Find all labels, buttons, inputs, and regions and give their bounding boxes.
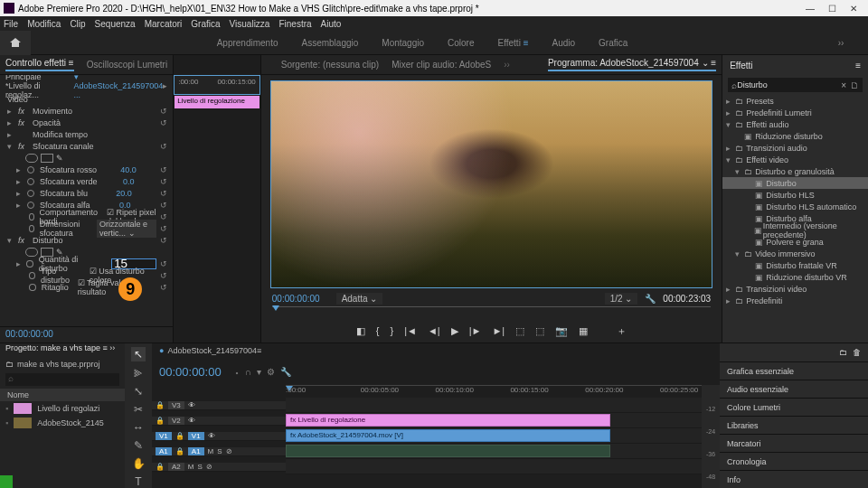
go-in-button[interactable]: |◄ xyxy=(404,325,417,336)
tab-sorgente[interactable]: Sorgente: (nessuna clip) xyxy=(281,60,379,70)
panel-audio[interactable]: Audio essenziale xyxy=(720,380,868,398)
project-column-header[interactable]: Nome xyxy=(0,389,125,401)
ws-montaggio[interactable]: Montaggio xyxy=(382,38,424,48)
go-out-button[interactable]: ►| xyxy=(492,325,505,336)
wrench-icon[interactable]: 🔧 xyxy=(645,294,656,304)
clip-audio[interactable] xyxy=(286,445,610,457)
clear-search-button[interactable]: × xyxy=(841,80,846,90)
timeline-timecode[interactable]: 00:00:00:00 xyxy=(159,365,222,379)
hand-tool[interactable]: ✋ xyxy=(132,457,146,470)
fx-disturbo[interactable]: Disturbo xyxy=(33,236,63,245)
razor-tool[interactable]: ✂ xyxy=(134,403,143,416)
menu-modifica[interactable]: Modifica xyxy=(27,19,61,29)
new-bin-icon[interactable]: 🗋 xyxy=(850,80,859,90)
reset-icon[interactable]: ↺ xyxy=(160,118,167,127)
effects-search-input[interactable] xyxy=(737,80,838,89)
fx-tempo[interactable]: Modifica tempo xyxy=(33,130,88,139)
selection-tool[interactable]: ↖ xyxy=(131,347,146,361)
panel-cronologia[interactable]: Cronologia xyxy=(720,452,868,470)
trash-icon[interactable]: 🗑 xyxy=(853,348,861,357)
marker-icon[interactable]: ▾ xyxy=(257,367,261,377)
menu-clip[interactable]: Clip xyxy=(70,19,85,29)
panel-grafica[interactable]: Grafica essenziale xyxy=(720,361,868,380)
program-tc-left[interactable]: 00:00:00:00 xyxy=(272,294,320,304)
effects-tree-item[interactable]: ▣Disturbo frattale VR xyxy=(722,259,868,271)
ws-apprendimento[interactable]: Apprendimento xyxy=(217,38,278,48)
fx-sfocatura[interactable]: Sfocatura canale xyxy=(33,142,94,151)
effects-tree-item[interactable]: ▣Disturbo HLS automatico xyxy=(722,201,868,212)
tab-mixer[interactable]: Mixer clip audio: AdobeS xyxy=(392,60,491,70)
project-item[interactable]: ▪AdobeStock_2145 xyxy=(0,416,125,430)
effect-ruler[interactable]: :00:0000:00:15:00 xyxy=(174,75,260,95)
menu-aiuto[interactable]: Aiuto xyxy=(321,19,342,29)
sfocatura-blu-value[interactable]: 20.0 xyxy=(116,189,132,198)
ws-assemblaggio[interactable]: Assemblaggio xyxy=(302,38,359,48)
fx-movimento[interactable]: Movimento xyxy=(33,107,72,116)
panel-marcatori[interactable]: Marcatori xyxy=(720,434,868,452)
panel-lumetri[interactable]: Colore Lumetri xyxy=(720,398,868,416)
export-frame-button[interactable]: 📷 xyxy=(555,325,568,337)
timeline-ruler[interactable]: :00:00 00:00:05:00 00:00:10:00 00:00:15:… xyxy=(152,385,702,398)
play-button[interactable]: ▶ xyxy=(451,325,458,337)
panel-libraries[interactable]: Libraries xyxy=(720,416,868,434)
workspace-overflow[interactable]: ›› xyxy=(814,38,868,48)
effects-tree-item[interactable]: ▾🗀Video immersivo xyxy=(722,248,868,259)
reset-icon[interactable]: ↺ xyxy=(160,142,167,151)
track-a2[interactable]: 🔒A2MS⊘ xyxy=(152,459,702,474)
tab-controllo-effetti[interactable]: Controllo effetti ≡ xyxy=(5,58,74,71)
tab-programma[interactable]: Programma: AdobeStock_214597004 ⌄ ≡ xyxy=(548,58,716,71)
effects-tree-item[interactable]: ▣Intermedio (versione precedente) xyxy=(722,224,868,236)
sfocatura-verde-value[interactable]: 0.0 xyxy=(123,177,135,186)
zoom-select[interactable]: 1/2 ⌄ xyxy=(605,293,638,305)
tab-effetti[interactable]: Effetti xyxy=(730,61,752,70)
pen-tool[interactable]: ✎ xyxy=(134,439,143,452)
effects-tree[interactable]: ▸🗀Presets▸🗀Predefiniti Lumetri▾🗀Effetti … xyxy=(722,95,868,343)
menu-file[interactable]: File xyxy=(4,19,18,29)
effects-timecode[interactable]: 00:00:00:00 xyxy=(0,326,173,343)
project-search[interactable]: ⌕ xyxy=(5,373,119,386)
effects-tree-item[interactable]: ▣Disturbo xyxy=(722,177,868,189)
track-v2[interactable]: 🔒V2👁fx Livello di regolazione xyxy=(152,413,702,428)
snap-icon[interactable]: ⬩ xyxy=(234,367,240,377)
dim-select[interactable]: Orizzontale e vertic... ⌄ xyxy=(97,220,156,238)
menu-grafica[interactable]: Grafica xyxy=(191,19,220,29)
program-monitor[interactable] xyxy=(270,80,712,288)
effects-tree-item[interactable]: ▾🗀Disturbo e granulosità xyxy=(722,165,868,177)
tab-progetto[interactable]: Progetto: make a vhs tape xyxy=(5,343,100,352)
effects-tree-item[interactable]: ▾🗀Effetti audio xyxy=(722,118,868,130)
fit-select[interactable]: Adatta ⌄ xyxy=(336,293,383,305)
lift-button[interactable]: ⬚ xyxy=(515,325,524,337)
track-select-tool[interactable]: ⫸ xyxy=(133,367,144,380)
mask-icons[interactable]: ✎ xyxy=(25,154,69,163)
menu-visualizza[interactable]: Visualizza xyxy=(230,19,270,29)
playhead-icon[interactable] xyxy=(272,305,279,311)
effects-tree-item[interactable]: ▸🗀Predefiniti xyxy=(722,295,868,306)
mark-clip-button[interactable]: } xyxy=(390,325,393,336)
wrench-icon[interactable]: 🔧 xyxy=(280,367,291,377)
step-fwd-button[interactable]: |► xyxy=(469,325,482,336)
minimize-button[interactable]: — xyxy=(799,4,821,14)
effects-tree-item[interactable]: ▸🗀Transizioni video xyxy=(722,283,868,295)
settings-icon[interactable]: ⚙ xyxy=(267,367,275,377)
link-icon[interactable]: ∩ xyxy=(245,367,251,377)
ripple-tool[interactable]: ⤡ xyxy=(134,385,143,398)
menu-finestra[interactable]: Finestra xyxy=(278,19,311,29)
slip-tool[interactable]: ↔ xyxy=(133,421,144,434)
close-button[interactable]: ✕ xyxy=(843,4,864,14)
track-v3[interactable]: 🔒V3👁 xyxy=(152,398,702,413)
menu-sequenza[interactable]: Sequenza xyxy=(95,19,136,29)
clip-adjustment[interactable]: fx Livello di regolazione xyxy=(286,414,610,427)
menu-marcatori[interactable]: Marcatori xyxy=(145,19,183,29)
fx-opacita[interactable]: Opacità xyxy=(33,118,61,127)
effects-tree-item[interactable]: ▣Riduzione disturbo VR xyxy=(722,271,868,283)
mark-in-button[interactable]: ◧ xyxy=(356,325,365,337)
program-ruler[interactable] xyxy=(272,306,711,319)
add-button[interactable]: ＋ xyxy=(617,324,627,338)
sfocatura-rosso-value[interactable]: 40.0 xyxy=(120,165,137,174)
sequence-tab[interactable]: AdobeStock_214597004 xyxy=(167,346,257,355)
extract-button[interactable]: ⬚ xyxy=(535,325,544,337)
clip-video[interactable]: fx AdobeStock_214597004.mov [V] xyxy=(286,429,610,442)
effects-search[interactable]: ⌕ × 🗋 xyxy=(728,78,863,92)
effects-tree-item[interactable]: ▸🗀Transizioni audio xyxy=(722,142,868,154)
effects-tree-item[interactable]: ▸🗀Predefiniti Lumetri xyxy=(722,107,868,118)
